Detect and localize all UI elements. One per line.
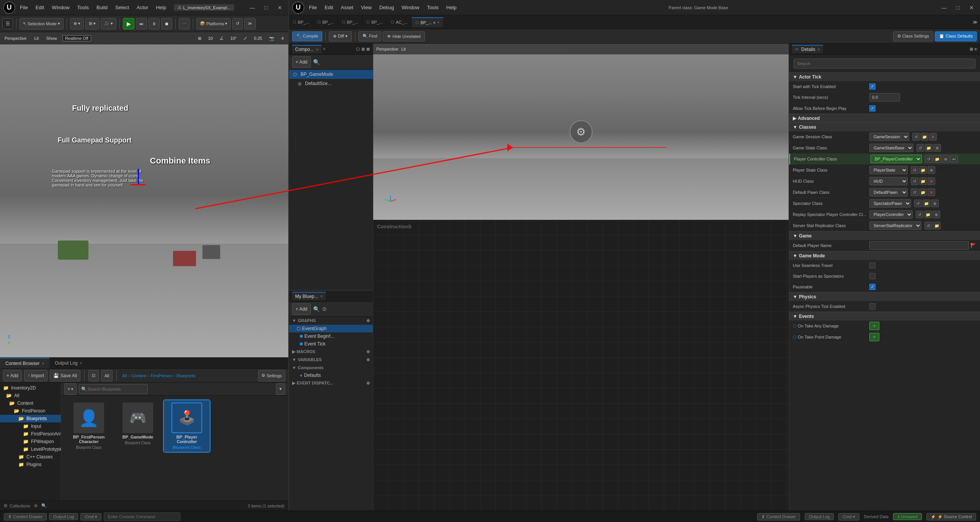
components-panel-icon3[interactable]: ⊠	[366, 47, 370, 52]
tree-firstpersonarms[interactable]: 📁 FirstPersonArms	[0, 430, 61, 438]
pause-btn[interactable]: ⏸	[149, 18, 160, 29]
details-icon1[interactable]: ⊞	[970, 47, 973, 52]
add-damage-event-btn[interactable]: +	[869, 322, 879, 330]
filter-dropdown[interactable]: ▾	[276, 383, 285, 395]
class-settings-btn[interactable]: ⚙ Class Settings	[893, 31, 933, 41]
cb-settings-btn[interactable]: ⚙ Settings	[258, 370, 285, 381]
gst-add-btn[interactable]: ⊕	[933, 144, 941, 152]
menu-file[interactable]: File	[18, 4, 29, 11]
gs-browse-btn[interactable]: 📁	[921, 133, 928, 141]
comp-defaultsce[interactable]: ◎ DefaultSce...	[289, 79, 373, 88]
right-minimize-btn[interactable]: —	[939, 2, 949, 13]
details-tab[interactable]: ✏ Details ×	[792, 45, 823, 53]
right-close-btn[interactable]: ✕	[966, 2, 977, 13]
output-log-right-btn[interactable]: Output Log	[805, 513, 834, 520]
right-menu[interactable]: File Edit Asset View Debug Window Tools …	[307, 4, 458, 11]
content-drawer-btn[interactable]: ⬆ Content Drawer	[4, 513, 47, 520]
tree-cpp-classes[interactable]: 📁 C++ Classes	[0, 453, 61, 461]
tabs-overflow-btn[interactable]: ≫	[970, 20, 980, 25]
ss-browse-btn[interactable]: 📁	[933, 222, 941, 229]
lit-btn[interactable]: Lit	[32, 35, 41, 41]
stop-btn[interactable]: ⏹	[161, 18, 172, 29]
bc-blueprints[interactable]: Blueprints	[176, 373, 195, 378]
more-options-btn[interactable]: ⋯	[179, 18, 190, 29]
graphs-section[interactable]: ▼ GRAPHS ⊕	[289, 317, 373, 325]
physics-section[interactable]: ▼ Physics	[789, 292, 980, 301]
content-browser-tab[interactable]: Content Browser ×	[0, 358, 49, 368]
menu-help[interactable]: Help	[154, 4, 168, 11]
allow-tick-checkbox[interactable]: ✓	[869, 105, 875, 111]
rs-add-btn[interactable]: ⊕	[933, 211, 940, 218]
default-player-name-input[interactable]	[869, 241, 969, 250]
bp-eventbegin[interactable]: Event Beginf...	[289, 332, 373, 340]
pc-reset-btn[interactable]: ↺	[925, 155, 933, 163]
right-tab-2[interactable]: ⬡ BP_...	[338, 18, 363, 27]
source-control-btn[interactable]: ⚡ ⚡ Source Control	[926, 513, 976, 520]
cmd-right-btn[interactable]: Cmd ▾	[838, 513, 859, 520]
player-controller-select[interactable]: BP_PlayerController	[871, 155, 922, 163]
camera-btn[interactable]: 🎥 ▾	[101, 18, 116, 29]
gs-reset-btn[interactable]: ↺	[912, 133, 920, 141]
components-panel-icon1[interactable]: ⬡	[356, 47, 360, 52]
hud-class-select[interactable]: HUD	[869, 177, 908, 185]
actor-tick-section[interactable]: ▼ Actor Tick	[789, 72, 980, 81]
classes-section[interactable]: ▼ Classes	[789, 123, 980, 131]
diff-btn[interactable]: ⊕ Diff ▾	[329, 31, 351, 41]
rmenu-asset[interactable]: Asset	[339, 4, 355, 11]
class-defaults-btn[interactable]: 📋 Class Defaults	[935, 31, 977, 41]
tree-all[interactable]: 📂 All	[0, 392, 61, 399]
replay-spec-select[interactable]: PlayerController	[869, 210, 913, 219]
right-tab-1[interactable]: ⬡ BP_...	[314, 18, 338, 27]
perspective-btn[interactable]: Perspective	[2, 35, 29, 41]
tree-firstperson[interactable]: 📂 FirstPerson	[0, 407, 61, 415]
menu-build[interactable]: Build	[95, 4, 109, 11]
output-log-status-btn[interactable]: Output Log	[49, 513, 78, 520]
content-drawer-right-btn[interactable]: ⬆ Content Drawer	[757, 513, 800, 520]
hud-reset-btn[interactable]: ↺	[911, 177, 918, 185]
spectator-class-select[interactable]: SpectatorPawn	[869, 199, 911, 208]
output-log-close[interactable]: ×	[80, 361, 82, 365]
right-tab-4[interactable]: ⬡ AC_...	[387, 18, 412, 27]
start-tick-checkbox[interactable]: ✓	[869, 83, 875, 90]
bp-perspective-btn[interactable]: Perspective	[376, 47, 398, 51]
tick-interval-input[interactable]	[869, 93, 900, 101]
async-physics-checkbox[interactable]	[869, 303, 875, 309]
details-tab-close[interactable]: ×	[818, 47, 820, 52]
add-variable-btn[interactable]: ⊕	[366, 357, 370, 362]
rmenu-edit[interactable]: Edit	[323, 4, 335, 11]
unsaved-label[interactable]: 4 Unsaved	[893, 513, 922, 520]
refresh-btn[interactable]: ↺	[232, 18, 243, 29]
start-spectators-checkbox[interactable]	[869, 273, 875, 279]
add-event-btn[interactable]: ⊕	[366, 381, 370, 386]
search-component-btn[interactable]: 🔍	[313, 59, 320, 65]
left-maximize-btn[interactable]: □	[261, 2, 271, 13]
pawn-reset-btn[interactable]: ↺	[911, 188, 918, 196]
pawn-browse-btn[interactable]: 📁	[919, 188, 927, 196]
tree-fpweapon[interactable]: 📁 FPWeapon	[0, 438, 61, 445]
show-btn[interactable]: Show	[44, 35, 59, 41]
sort-btn[interactable]: ≡ ▾	[64, 383, 77, 395]
compile-btn[interactable]: 🔨 Compile	[292, 31, 322, 41]
menu-window[interactable]: Window	[50, 4, 71, 11]
ss-reset-btn[interactable]: ↺	[924, 222, 932, 229]
asset-bp-playercontroller[interactable]: 🕹️ BP_Player Controller Blueprint Class	[164, 400, 210, 452]
expand-btn[interactable]: ≫	[244, 18, 256, 29]
pawn-clear-btn[interactable]: ✕	[928, 188, 935, 196]
snap-btn[interactable]: ⊞ ▾	[85, 18, 99, 29]
add-components-section-btn[interactable]: ×	[323, 46, 326, 52]
menu-select[interactable]: Select	[114, 4, 131, 11]
events-section[interactable]: ▼ Events	[789, 312, 980, 321]
bp-lit-btn[interactable]: Lit	[401, 47, 406, 51]
find-btn[interactable]: 🔍 Find	[358, 31, 381, 41]
pc-undo-btn[interactable]: ↩	[950, 155, 958, 163]
hud-clear-btn[interactable]: ✕	[928, 177, 935, 185]
search-collections-btn[interactable]: 🔍	[41, 503, 47, 508]
pauseable-checkbox[interactable]: ✓	[869, 284, 875, 290]
left-sidebar-toggle[interactable]: ☰	[2, 18, 13, 29]
rs-browse-btn[interactable]: 📁	[924, 211, 932, 218]
rs-reset-btn[interactable]: ↺	[916, 211, 923, 218]
components-tab-close[interactable]: ×	[316, 47, 318, 52]
pst-add-btn[interactable]: ⊕	[928, 166, 935, 174]
bc-firstperson[interactable]: FirstPerson	[150, 373, 172, 378]
filter-all-label[interactable]: All	[101, 370, 113, 381]
